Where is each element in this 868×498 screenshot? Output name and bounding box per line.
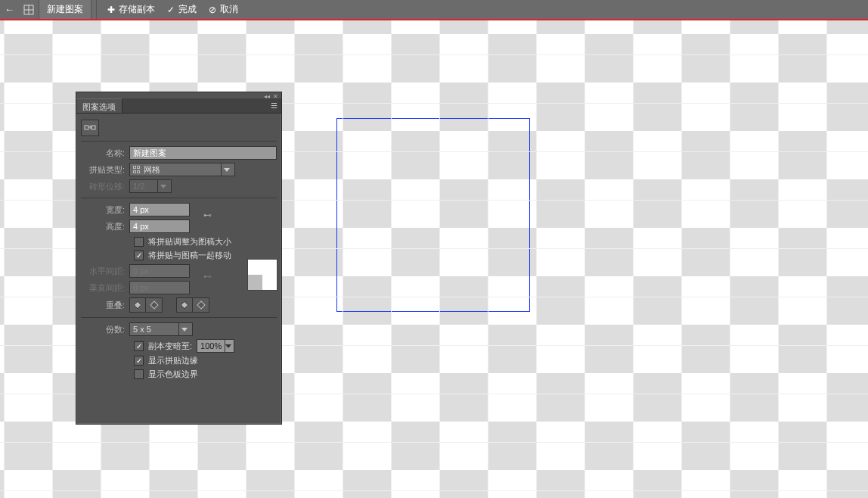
resize-tile-label: 将拼贴调整为图稿大小 — [148, 236, 231, 247]
collapse-icon[interactable]: ◂◂ — [264, 93, 270, 100]
grid-type-icon — [133, 166, 141, 173]
dimmed-checkbox[interactable]: ✓ — [134, 341, 144, 351]
overlap-v-group — [176, 297, 209, 313]
done-label: 完成 — [178, 3, 197, 16]
copies-row: 份数: 5 x 5 — [81, 322, 277, 336]
done-button[interactable]: ✓ 完成 — [161, 0, 203, 19]
panel-body: 名称: 新建图案 拼贴类型: 网格 砖形位移: 1/2 — [76, 114, 281, 388]
name-value: 新建图案 — [133, 148, 166, 159]
panel-drag-handle[interactable]: ◂◂ ✕ — [76, 92, 281, 98]
brick-offset-row: 砖形位移: 1/2 — [81, 179, 277, 193]
cancel-button[interactable]: ⊘ 取消 — [203, 0, 244, 19]
show-tile-edge-checkbox[interactable]: ✓ — [134, 356, 144, 366]
show-tile-edge-row: ✓ 显示拼贴边缘 — [134, 355, 277, 366]
dimmed-value: 100% — [200, 341, 222, 350]
pattern-options-panel: ◂◂ ✕ 图案选项 ☰ 名称: 新建图案 拼贴类型: — [76, 92, 282, 425]
back-arrow-icon: ← — [5, 4, 14, 15]
height-label: 高度: — [81, 221, 125, 232]
copies-select[interactable]: 5 x 5 — [129, 322, 193, 336]
divider — [81, 141, 277, 142]
show-swatch-bounds-checkbox[interactable] — [134, 369, 144, 379]
v-spacing-value: 0 px — [133, 283, 149, 292]
back-button[interactable]: ← — [0, 0, 19, 19]
tile-type-row: 拼贴类型: 网格 — [81, 163, 277, 176]
svg-marker-8 — [181, 328, 188, 331]
overlap-h-group — [129, 297, 163, 313]
chevron-down-icon — [221, 163, 231, 176]
pattern-tile-tool[interactable] — [81, 120, 99, 136]
brick-offset-value: 1/2 — [133, 182, 144, 191]
save-copy-button[interactable]: ✚ 存储副本 — [101, 0, 161, 19]
name-input[interactable]: 新建图案 — [129, 146, 277, 160]
name-row: 名称: 新建图案 — [81, 146, 277, 160]
pattern-mode-icon[interactable] — [19, 0, 39, 19]
move-with-art-label: 将拼贴与图稿一起移动 — [148, 250, 231, 261]
tile-type-select[interactable]: 网格 — [129, 163, 235, 176]
height-value: 4 px — [133, 222, 149, 231]
cancel-icon: ⊘ — [209, 5, 216, 15]
overlap-top-front[interactable] — [176, 297, 193, 313]
overlap-right-front[interactable] — [146, 297, 163, 313]
pattern-edit-topbar: ← 新建图案 ✚ 存储副本 ✓ 完成 ⊘ 取消 — [0, 0, 868, 19]
save-copy-label: 存储副本 — [119, 3, 155, 16]
divider — [81, 198, 277, 198]
close-panel-icon[interactable]: ✕ — [273, 93, 278, 100]
svg-marker-7 — [160, 185, 166, 188]
dimmed-select[interactable]: 100% — [197, 339, 234, 353]
move-with-art-checkbox[interactable]: ✓ — [134, 251, 144, 260]
overlap-left-front[interactable] — [129, 297, 146, 313]
show-swatch-bounds-label: 显示色板边界 — [148, 369, 198, 380]
resize-tile-checkbox[interactable] — [134, 237, 144, 247]
topbar-separator — [96, 0, 97, 19]
width-value: 4 px — [133, 205, 149, 214]
overlap-bottom-front[interactable] — [193, 297, 209, 313]
chevron-down-icon — [225, 340, 231, 352]
panel-flyout-menu[interactable]: ☰ — [266, 98, 281, 113]
cancel-label: 取消 — [220, 3, 238, 16]
svg-marker-9 — [225, 344, 231, 348]
svg-marker-6 — [224, 168, 230, 172]
check-icon: ✓ — [167, 5, 175, 15]
plus-icon: ✚ — [107, 5, 115, 15]
h-spacing-input: 0 px — [129, 264, 190, 278]
width-label: 宽度: — [81, 204, 125, 216]
pattern-name-tab[interactable]: 新建图案 — [39, 0, 91, 19]
tile-type-label: 拼贴类型: — [81, 164, 125, 176]
overlap-row: 重叠: — [81, 297, 277, 313]
name-label: 名称: — [81, 148, 125, 159]
chevron-down-icon — [178, 323, 189, 335]
width-input[interactable]: 4 px — [129, 203, 190, 216]
svg-rect-3 — [85, 126, 88, 129]
tile-type-value: 网格 — [144, 164, 160, 176]
show-tile-edge-label: 显示拼贴边缘 — [148, 355, 198, 366]
dimmed-label: 副本变暗至: — [148, 341, 192, 352]
pattern-options-tab[interactable]: 图案选项 — [76, 98, 122, 113]
h-spacing-row: 水平间距: 0 px ⊷ — [81, 264, 277, 278]
width-row: 宽度: 4 px ⊷ — [81, 203, 277, 216]
panel-tabs: 图案选项 ☰ — [76, 98, 281, 114]
overlap-label: 重叠: — [81, 300, 125, 311]
v-spacing-row: 垂直间距: 0 px — [81, 281, 277, 294]
copies-label: 份数: — [81, 324, 125, 335]
pattern-tile-bounds[interactable] — [336, 118, 530, 312]
show-swatch-bounds-row: 显示色板边界 — [134, 369, 277, 380]
h-spacing-value: 0 px — [133, 266, 149, 275]
divider — [81, 317, 277, 318]
dimmed-row: ✓ 副本变暗至: 100% — [134, 339, 277, 353]
resize-tile-row: 将拼贴调整为图稿大小 — [134, 236, 277, 247]
height-row: 高度: 4 px — [81, 219, 277, 233]
pattern-name-tab-label: 新建图案 — [47, 3, 83, 16]
chevron-down-icon — [157, 180, 168, 192]
brick-offset-select: 1/2 — [129, 179, 172, 193]
brick-offset-label: 砖形位移: — [81, 181, 125, 192]
pattern-grid-icon — [23, 5, 34, 15]
pattern-options-tab-label: 图案选项 — [82, 102, 116, 111]
v-spacing-input: 0 px — [129, 281, 190, 294]
svg-rect-4 — [91, 126, 95, 129]
copies-value: 5 x 5 — [133, 325, 151, 334]
v-spacing-label: 垂直间距: — [81, 282, 125, 294]
h-spacing-label: 水平间距: — [81, 266, 125, 277]
height-input[interactable]: 4 px — [129, 219, 190, 233]
